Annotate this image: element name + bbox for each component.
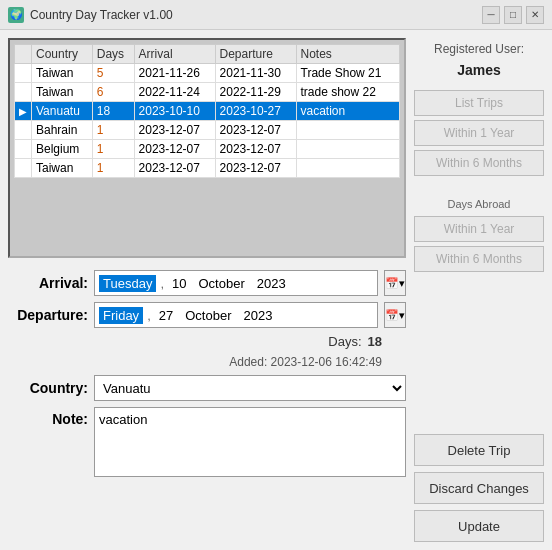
arrival-year[interactable]: 2023 [253, 275, 290, 292]
arrival-month[interactable]: October [194, 275, 248, 292]
days-label: Days: [328, 334, 361, 349]
minimize-button[interactable]: ─ [482, 6, 500, 24]
row-notes: vacation [296, 102, 400, 121]
update-button[interactable]: Update [414, 510, 544, 542]
row-days: 5 [92, 64, 134, 83]
departure-month[interactable]: October [181, 307, 235, 324]
within-months-button-visits[interactable]: Within 6 Months [414, 150, 544, 176]
row-departure: 2023-12-07 [215, 121, 296, 140]
col-country: Country [32, 45, 93, 64]
row-country: Vanuatu [32, 102, 93, 121]
departure-row: Departure: Friday , 27 October 2023 📅▾ [8, 302, 406, 328]
table-row[interactable]: Taiwan 1 2023-12-07 2023-12-07 [15, 159, 400, 178]
row-arrival: 2023-10-10 [134, 102, 215, 121]
form-area: Arrival: Tuesday , 10 October 2023 📅▾ De… [8, 266, 406, 477]
days-abroad-label: Days Abroad [414, 198, 544, 210]
row-arrival: 2023-12-07 [134, 159, 215, 178]
departure-calendar-button[interactable]: 📅▾ [384, 302, 406, 328]
country-select[interactable]: TaiwanVanuatuBahrainBelgium [94, 375, 406, 401]
arrival-row: Arrival: Tuesday , 10 October 2023 📅▾ [8, 270, 406, 296]
days-row: Days: 18 [8, 334, 406, 349]
row-country: Taiwan [32, 64, 93, 83]
row-days: 1 [92, 159, 134, 178]
row-indicator [15, 64, 32, 83]
arrival-dayname[interactable]: Tuesday [99, 275, 156, 292]
within-months-button-days[interactable]: Within 6 Months [414, 246, 544, 272]
row-arrival: 2023-12-07 [134, 140, 215, 159]
title-bar: 🌍 Country Day Tracker v1.00 ─ □ ✕ [0, 0, 552, 30]
note-row: Note: [8, 407, 406, 477]
country-label: Country: [8, 380, 88, 396]
app-title: Country Day Tracker v1.00 [30, 8, 173, 22]
registered-label: Registered User: [414, 42, 544, 56]
row-notes [296, 140, 400, 159]
days-value: 18 [368, 334, 382, 349]
within-year-button-visits[interactable]: Within 1 Year [414, 120, 544, 146]
row-country: Belgium [32, 140, 93, 159]
col-notes: Notes [296, 45, 400, 64]
row-notes: Trade Show 21 [296, 64, 400, 83]
maximize-button[interactable]: □ [504, 6, 522, 24]
departure-label: Departure: [8, 307, 88, 323]
arrival-date-box[interactable]: Tuesday , 10 October 2023 [94, 270, 378, 296]
close-button[interactable]: ✕ [526, 6, 544, 24]
row-days: 1 [92, 140, 134, 159]
bottom-buttons: Delete Trip Discard Changes Update [414, 434, 544, 542]
departure-day[interactable]: 27 [155, 307, 177, 324]
row-notes: trade show 22 [296, 83, 400, 102]
row-days: 18 [92, 102, 134, 121]
row-departure: 2023-12-07 [215, 159, 296, 178]
col-arrival: Arrival [134, 45, 215, 64]
departure-date-box[interactable]: Friday , 27 October 2023 [94, 302, 378, 328]
row-days: 1 [92, 121, 134, 140]
list-trips-button[interactable]: List Trips [414, 90, 544, 116]
within-year-button-days[interactable]: Within 1 Year [414, 216, 544, 242]
row-departure: 2023-10-27 [215, 102, 296, 121]
row-indicator [15, 121, 32, 140]
table-row[interactable]: ▶ Vanuatu 18 2023-10-10 2023-10-27 vacat… [15, 102, 400, 121]
table-row[interactable]: Taiwan 6 2022-11-24 2022-11-29 trade sho… [15, 83, 400, 102]
row-country: Bahrain [32, 121, 93, 140]
arrival-calendar-button[interactable]: 📅▾ [384, 270, 406, 296]
main-container: Country Days Arrival Departure Notes Tai… [0, 30, 552, 550]
trips-table: Country Days Arrival Departure Notes Tai… [14, 44, 400, 178]
row-arrival: 2021-11-26 [134, 64, 215, 83]
table-container: Country Days Arrival Departure Notes Tai… [8, 38, 406, 258]
table-row[interactable]: Belgium 1 2023-12-07 2023-12-07 [15, 140, 400, 159]
row-days: 6 [92, 83, 134, 102]
right-panel: Registered User: James List Trips Within… [414, 38, 544, 542]
country-row: Country: TaiwanVanuatuBahrainBelgium [8, 375, 406, 401]
row-country: Taiwan [32, 159, 93, 178]
row-arrival: 2022-11-24 [134, 83, 215, 102]
departure-year[interactable]: 2023 [239, 307, 276, 324]
row-departure: 2023-12-07 [215, 140, 296, 159]
arrival-label: Arrival: [8, 275, 88, 291]
row-notes [296, 121, 400, 140]
row-indicator [15, 140, 32, 159]
row-departure: 2022-11-29 [215, 83, 296, 102]
row-indicator [15, 159, 32, 178]
discard-changes-button[interactable]: Discard Changes [414, 472, 544, 504]
col-indicator [15, 45, 32, 64]
row-notes [296, 159, 400, 178]
user-name: James [414, 62, 544, 78]
delete-trip-button[interactable]: Delete Trip [414, 434, 544, 466]
note-label: Note: [8, 407, 88, 427]
row-arrival: 2023-12-07 [134, 121, 215, 140]
row-departure: 2021-11-30 [215, 64, 296, 83]
app-icon: 🌍 [8, 7, 24, 23]
departure-dayname[interactable]: Friday [99, 307, 143, 324]
row-indicator [15, 83, 32, 102]
row-country: Taiwan [32, 83, 93, 102]
left-panel: Country Days Arrival Departure Notes Tai… [8, 38, 406, 542]
arrival-day[interactable]: 10 [168, 275, 190, 292]
row-indicator: ▶ [15, 102, 32, 121]
window-controls: ─ □ ✕ [482, 6, 544, 24]
table-row[interactable]: Bahrain 1 2023-12-07 2023-12-07 [15, 121, 400, 140]
table-row[interactable]: Taiwan 5 2021-11-26 2021-11-30 Trade Sho… [15, 64, 400, 83]
col-departure: Departure [215, 45, 296, 64]
col-days: Days [92, 45, 134, 64]
added-label: Added: 2023-12-06 16:42:49 [8, 355, 406, 369]
note-textarea[interactable] [94, 407, 406, 477]
